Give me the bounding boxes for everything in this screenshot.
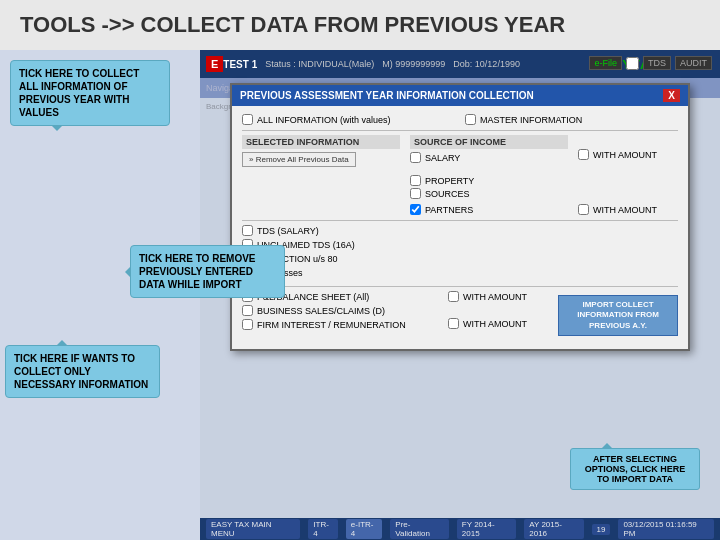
tds-badge: TDS — [643, 56, 671, 70]
sources-checkbox-item: SOURCES — [410, 188, 568, 199]
master-info-checkbox-item: MASTER INFORMATION — [465, 114, 678, 125]
col-all-info: ALL INFORMATION (with values) — [242, 114, 455, 125]
salary-checkbox[interactable] — [410, 152, 421, 163]
col-master-info: MASTER INFORMATION — [465, 114, 678, 125]
divider-1 — [242, 130, 678, 131]
sb-eitr4: e-ITR-4 — [346, 519, 383, 539]
software-topbar: E TEST 1 Status : INDIVIDUAL(Male) M) 99… — [200, 50, 720, 78]
col-property-sources: PROPERTY SOURCES — [410, 175, 568, 199]
callout-bottom-left: TICK HERE IF WANTS TO COLLECT ONLY NECES… — [5, 345, 160, 398]
tds-salary-checkbox[interactable] — [242, 225, 253, 236]
col-with-amount-1: WITH AMOUNT — [578, 135, 678, 160]
with-amount-4-checkbox-item: WITH AMOUNT — [448, 318, 548, 329]
col-partners: PARTNERS — [410, 204, 568, 215]
modal-row-4: PARTNERS WITH AMOUNT — [242, 204, 678, 215]
after-select-callout: AFTER SELECTING OPTIONS, CLICK HERE TO I… — [570, 448, 700, 490]
with-amount-1-checkbox[interactable] — [578, 149, 589, 160]
firm-interest-label: FIRM INTEREST / REMUNERATION — [257, 320, 406, 330]
property-checkbox[interactable] — [410, 175, 421, 186]
sb-main-menu: EASY TAX MAIN MENU — [206, 519, 300, 539]
modal-row-1: ALL INFORMATION (with values) MASTER INF… — [242, 114, 678, 125]
salary-checkbox-item: SALARY — [410, 152, 568, 163]
efile-badge: e-File — [589, 56, 622, 70]
modal-row-3: PROPERTY SOURCES — [242, 175, 678, 199]
with-amount-3-label: WITH AMOUNT — [463, 292, 527, 302]
col-source-income: SOURCE OF INCOME SALARY — [410, 135, 568, 163]
modal-row-tds: TDS (SALARY) UNCLAIMED TDS (16A) DEDUCTI… — [242, 225, 678, 281]
modal-title: PREVIOUS ASSESSMENT YEAR INFORMATION COL… — [240, 90, 534, 101]
all-info-label: ALL INFORMATION (with values) — [257, 115, 391, 125]
col-import-btn: IMPORT COLLECT INFORMATION FROM PREVIOUS… — [558, 291, 678, 336]
sb-datetime: 03/12/2015 01:16:59 PM — [618, 519, 714, 539]
property-label: PROPERTY — [425, 176, 474, 186]
with-amount-1-checkbox-item: WITH AMOUNT — [578, 149, 678, 160]
left-callout-panel: TICK HERE TO COLLECT ALL INFORMATION OF … — [0, 50, 200, 540]
client-name: TEST 1 — [223, 59, 257, 70]
all-info-checkbox-item: ALL INFORMATION (with values) — [242, 114, 455, 125]
callout-top: TICK HERE TO COLLECT ALL INFORMATION OF … — [10, 60, 170, 126]
salary-label: SALARY — [425, 153, 460, 163]
master-info-checkbox[interactable] — [465, 114, 476, 125]
firm-interest-checkbox[interactable] — [242, 319, 253, 330]
page-title: TOOLS ->> COLLECT DATA FROM PREVIOUS YEA… — [0, 0, 720, 50]
with-amount-4-checkbox[interactable] — [448, 318, 459, 329]
modal-header: PREVIOUS ASSESSMENT YEAR INFORMATION COL… — [232, 85, 688, 106]
divider-3 — [242, 286, 678, 287]
with-amount-1-label: WITH AMOUNT — [593, 150, 657, 160]
partners-label: PARTNERS — [425, 205, 473, 215]
firm-interest-checkbox-item: FIRM INTEREST / REMUNERATION — [242, 319, 438, 330]
with-amount-3-checkbox-item: WITH AMOUNT — [448, 291, 548, 302]
business-checkbox-item: BUSINESS SALES/CLAIMS (D) — [242, 305, 438, 316]
source-income-label: SOURCE OF INCOME — [410, 135, 568, 149]
property-checkbox-item: PROPERTY — [410, 175, 568, 186]
col-with-amount-balsheet: WITH AMOUNT WITH AMOUNT — [448, 291, 548, 329]
modal-close-button[interactable]: X — [663, 89, 680, 102]
import-button[interactable]: IMPORT COLLECT INFORMATION FROM PREVIOUS… — [558, 295, 678, 336]
business-label: BUSINESS SALES/CLAIMS (D) — [257, 306, 385, 316]
sb-num: 19 — [592, 524, 611, 535]
tds-salary-label: TDS (SALARY) — [257, 226, 319, 236]
partners-checkbox[interactable] — [410, 204, 421, 215]
tds-checkbox[interactable] — [626, 57, 639, 70]
with-amount-2-checkbox-item: WITH AMOUNT — [578, 204, 678, 215]
sb-prevalidation: Pre-Validation — [390, 519, 449, 539]
master-info-label: MASTER INFORMATION — [480, 115, 582, 125]
remove-all-button[interactable]: » Remove All Previous Data — [242, 152, 356, 167]
e-label: E — [206, 56, 223, 72]
col-with-amount-partners: WITH AMOUNT — [578, 204, 678, 215]
modal-body: ALL INFORMATION (with values) MASTER INF… — [232, 106, 688, 349]
with-amount-3-checkbox[interactable] — [448, 291, 459, 302]
with-amount-2-checkbox[interactable] — [578, 204, 589, 215]
previous-year-modal: PREVIOUS ASSESSMENT YEAR INFORMATION COL… — [230, 83, 690, 351]
with-amount-2-label: WITH AMOUNT — [593, 205, 657, 215]
sources-label: SOURCES — [425, 189, 470, 199]
modal-row-2: SELECTED INFORMATION » Remove All Previo… — [242, 135, 678, 170]
sources-checkbox[interactable] — [410, 188, 421, 199]
sb-fy: FY 2014-2015 — [457, 519, 516, 539]
col-selected-info: SELECTED INFORMATION » Remove All Previo… — [242, 135, 400, 170]
divider-2 — [242, 220, 678, 221]
audit-badge: AUDIT — [675, 56, 712, 70]
business-checkbox[interactable] — [242, 305, 253, 316]
modal-row-balsheet: P&L/BALANCE SHEET (All) BUSINESS SALES/C… — [242, 291, 678, 336]
remove-btn-item: » Remove All Previous Data — [242, 152, 400, 167]
sb-ay: AY 2015-2016 — [524, 519, 583, 539]
software-statusbar: EASY TAX MAIN MENU ITR-4 e-ITR-4 Pre-Val… — [200, 518, 720, 540]
all-info-checkbox[interactable] — [242, 114, 253, 125]
tds-salary-checkbox-item: TDS (SALARY) — [242, 225, 455, 236]
partners-checkbox-item: PARTNERS — [410, 204, 568, 215]
sb-itr4: ITR-4 — [308, 519, 338, 539]
selected-info-label: SELECTED INFORMATION — [242, 135, 400, 149]
callout-mid: TICK HERE TO REMOVE PREVIOUSLY ENTERED D… — [130, 245, 285, 298]
with-amount-4-label: WITH AMOUNT — [463, 319, 527, 329]
